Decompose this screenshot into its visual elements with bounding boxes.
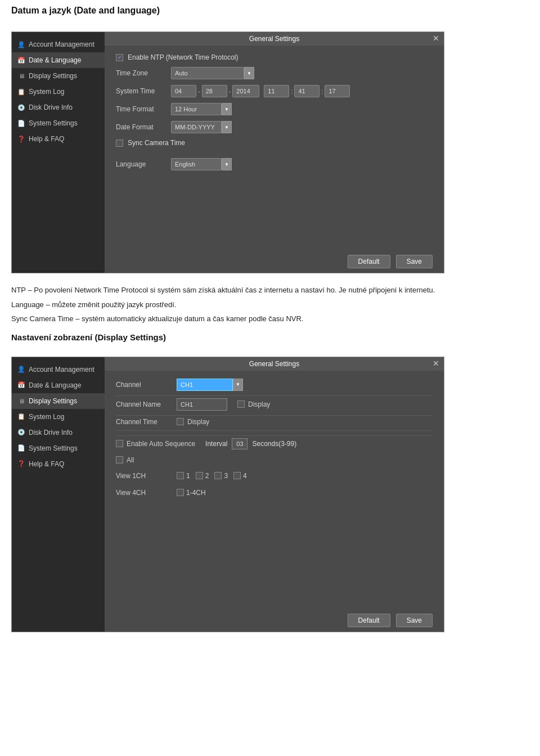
sync-camera-checkbox[interactable] <box>116 140 123 147</box>
time-format-dropdown-wrapper: ▼ <box>171 103 232 115</box>
section-title-2: Nastavení zobrazení (Display Settings) <box>11 332 529 342</box>
sidebar-label-help: Help & FAQ <box>29 135 64 143</box>
ntp-label: Enable NTP (Network Time Protocol) <box>128 53 238 61</box>
save-btn-2[interactable]: Save <box>396 614 433 627</box>
view-1ch-val-4: 4 <box>243 472 247 480</box>
sidebar2-item-system-log[interactable]: 📋 System Log <box>12 409 105 425</box>
sidebar-label-display: Display Settings <box>29 72 77 80</box>
system-time-row: System Time - - : : <box>116 85 433 97</box>
channel-time-display-checkbox[interactable] <box>177 418 184 425</box>
sidebar2-label-log: System Log <box>29 413 64 421</box>
date-format-input[interactable] <box>171 121 222 133</box>
auto-seq-wrapper: Enable Auto Sequence <box>116 440 195 448</box>
sidebar-2: 👤 Account Management 📅 Date & Language 🖥… <box>12 357 105 632</box>
timezone-arrow[interactable]: ▼ <box>244 67 254 79</box>
ntp-checkbox[interactable] <box>116 54 123 61</box>
view-1ch-options: 1 2 3 4 <box>177 472 247 480</box>
sidebar2-item-display-settings[interactable]: 🖥 Display Settings <box>12 393 105 409</box>
default-btn-2[interactable]: Default <box>348 614 390 627</box>
settings-icon: 📄 <box>17 119 25 127</box>
time-month-input[interactable] <box>171 85 196 97</box>
all-checkbox[interactable] <box>116 456 123 464</box>
dialog-body-1: Enable NTP (Network Time Protocol) Time … <box>105 46 444 250</box>
channel-time-row: Channel Time Display <box>116 418 433 431</box>
time-format-input[interactable] <box>171 103 222 115</box>
default-btn-1[interactable]: Default <box>348 255 390 268</box>
log-icon: 📋 <box>17 88 25 96</box>
channel-arrow[interactable]: ▼ <box>233 379 243 391</box>
time-group: - - : : <box>171 85 350 97</box>
sidebar-item-help[interactable]: ❓ Help & FAQ <box>12 131 105 147</box>
sidebar-item-date-language[interactable]: 📅 Date & Language <box>12 52 105 68</box>
channel-name-display-checkbox[interactable] <box>237 400 245 408</box>
sidebar-item-account[interactable]: 👤 Account Management <box>12 37 105 52</box>
dialog-close-btn-1[interactable]: ✕ <box>433 34 439 43</box>
time-sep-4: : <box>321 88 323 94</box>
sidebar2-item-date-language[interactable]: 📅 Date & Language <box>12 377 105 393</box>
channel-name-input[interactable] <box>177 398 227 411</box>
channel-input[interactable] <box>177 379 233 391</box>
sidebar2-item-account[interactable]: 👤 Account Management <box>12 362 105 377</box>
auto-seq-checkbox[interactable] <box>116 440 123 447</box>
view-1ch-row: View 1CH 1 2 3 <box>116 472 433 484</box>
timezone-row: Time Zone ▼ <box>116 67 433 79</box>
auto-seq-label: Enable Auto Sequence <box>127 440 195 448</box>
interval-input[interactable] <box>232 438 248 449</box>
sidebar-label-account: Account Management <box>29 40 94 48</box>
sidebar2-label-date: Date & Language <box>29 381 81 389</box>
view-1ch-opt-4[interactable]: 4 <box>233 472 247 480</box>
sidebar-item-system-settings[interactable]: 📄 System Settings <box>12 115 105 131</box>
language-input[interactable] <box>171 158 222 170</box>
dialog-1: General Settings ✕ Enable NTP (Network T… <box>105 32 444 273</box>
time-format-arrow[interactable]: ▼ <box>222 103 232 115</box>
sidebar2-item-help[interactable]: ❓ Help & FAQ <box>12 456 105 472</box>
time-day-input[interactable] <box>202 85 227 97</box>
date-format-arrow[interactable]: ▼ <box>222 121 232 133</box>
sidebar-item-disk-drive[interactable]: 💿 Disk Drive Info <box>12 100 105 115</box>
time-sep-3: : <box>290 88 293 94</box>
view-1ch-label: View 1CH <box>116 472 172 480</box>
language-arrow[interactable]: ▼ <box>222 158 232 170</box>
view-4ch-checkbox[interactable] <box>177 489 184 496</box>
save-btn-1[interactable]: Save <box>396 255 433 268</box>
view-1ch-val-1: 1 <box>186 472 190 480</box>
view-4ch-opt[interactable]: 1-4CH <box>177 489 206 497</box>
article-body-1: NTP – Po povolení Network Time Protocol … <box>0 279 540 351</box>
display-icon-2: 🖥 <box>17 397 25 405</box>
time-hour-input[interactable] <box>264 85 289 97</box>
timezone-input[interactable] <box>171 67 244 79</box>
section-divider-1 <box>116 435 433 436</box>
dialog-body-2: Channel ▼ Channel Name Display Channel T… <box>105 371 444 609</box>
view-1ch-checkbox-3[interactable] <box>214 472 222 479</box>
view-1ch-checkbox-2[interactable] <box>196 472 203 479</box>
channel-name-display-label: Display <box>248 400 270 408</box>
view-1ch-opt-1[interactable]: 1 <box>177 472 190 480</box>
sidebar-item-system-log[interactable]: 📋 System Log <box>12 84 105 100</box>
sidebar2-item-disk-drive[interactable]: 💿 Disk Drive Info <box>12 425 105 440</box>
view-1ch-checkbox-1[interactable] <box>177 472 184 479</box>
channel-time-display-wrapper: Display <box>177 418 209 426</box>
view-1ch-opt-3[interactable]: 3 <box>214 472 228 480</box>
settings-icon-2: 📄 <box>17 444 25 452</box>
all-wrapper: All <box>116 456 134 464</box>
sidebar2-label-display: Display Settings <box>29 397 77 405</box>
dialog-footer-1: Default Save <box>105 250 444 273</box>
sidebar2-item-system-settings[interactable]: 📄 System Settings <box>12 440 105 456</box>
dialog-close-btn-2[interactable]: ✕ <box>433 359 439 368</box>
sidebar2-label-settings: System Settings <box>29 444 78 452</box>
interval-label: Interval <box>205 440 227 448</box>
time-sec-input[interactable] <box>325 85 350 97</box>
auto-seq-row: Enable Auto Sequence Interval Seconds(3-… <box>116 438 433 454</box>
channel-name-display-wrapper: Display <box>237 400 270 408</box>
help-icon-2: ❓ <box>17 460 25 468</box>
view-1ch-opt-2[interactable]: 2 <box>196 472 209 480</box>
system-time-label: System Time <box>116 87 166 95</box>
time-min-input[interactable] <box>294 85 320 97</box>
sidebar-item-display-settings[interactable]: 🖥 Display Settings <box>12 68 105 84</box>
language-dropdown-wrapper: ▼ <box>171 158 232 170</box>
disk-icon: 💿 <box>17 104 25 111</box>
view-1ch-checkbox-4[interactable] <box>233 472 241 479</box>
time-year-input[interactable] <box>232 85 259 97</box>
section-title-1: Datum a jazyk (Date and language) <box>11 6 529 16</box>
screenshot-2: 👤 Account Management 📅 Date & Language 🖥… <box>11 357 444 632</box>
